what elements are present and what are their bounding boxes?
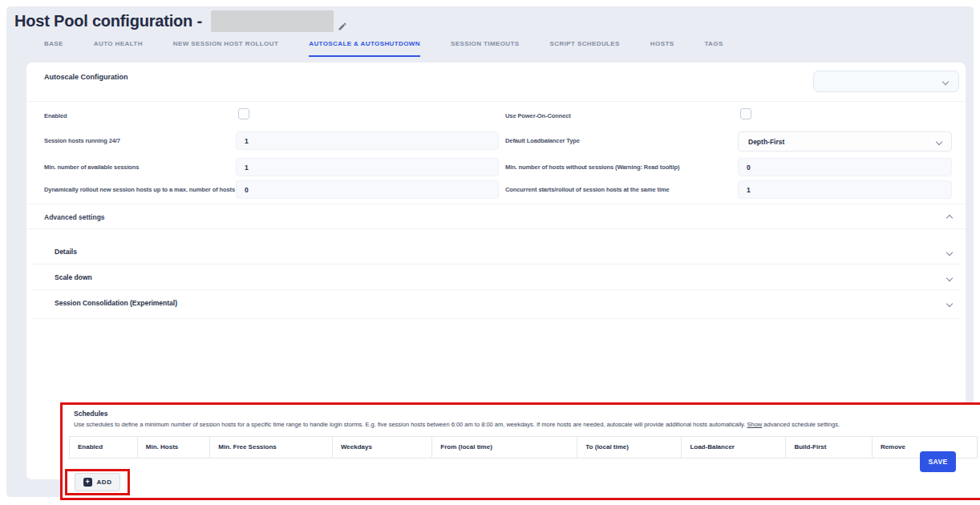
min-available-sessions-input[interactable] xyxy=(236,158,499,176)
column-header-enabled: Enabled xyxy=(70,437,138,458)
session-consolidation-label: Session Consolidation (Experimental) xyxy=(55,290,177,318)
accordion-details[interactable]: Details xyxy=(32,239,960,265)
page-title: Host Pool configuration - xyxy=(14,12,202,30)
session-hosts-24-7-input[interactable] xyxy=(236,131,499,150)
autoscale-config-card: Autoscale Configuration Enabled Use Powe… xyxy=(26,63,966,479)
min-available-sessions-label: Min. number of available sessions xyxy=(44,158,235,177)
schedules-title: Schedules xyxy=(74,410,108,418)
chevron-down-icon xyxy=(946,249,953,256)
tab-script-schedules[interactable]: SCRIPT SCHEDULES xyxy=(550,40,620,57)
use-power-on-connect-checkbox[interactable] xyxy=(740,108,751,119)
chevron-down-icon xyxy=(946,301,953,307)
default-loadbalancer-type-select[interactable]: Depth-First xyxy=(738,131,952,152)
tab-session-timeouts[interactable]: SESSION TIMEOUTS xyxy=(451,40,520,57)
form-row: Enabled Use Power-On-Connect xyxy=(26,107,966,126)
session-hosts-24-7-control xyxy=(236,131,499,150)
schedules-description-text: Use schedules to define a minimum number… xyxy=(74,421,747,428)
schedules-highlight-box: Schedules Use schedules to define a mini… xyxy=(60,402,980,500)
min-hosts-without-sessions-label: Min. number of hosts without sessions (W… xyxy=(505,158,734,177)
default-loadbalancer-type-control: Depth-First xyxy=(738,131,952,152)
add-button-highlight-box: + ADD xyxy=(65,469,130,495)
scale-down-label: Scale down xyxy=(55,265,92,289)
chevron-down-icon xyxy=(942,78,949,84)
concurrent-starts-label: Concurrent starts/rollout of session hos… xyxy=(505,180,734,200)
max-hosts-rollout-control xyxy=(236,180,499,199)
tab-autoscale-autoshutdown[interactable]: AUTOSCALE & AUTOSHUTDOWN xyxy=(309,40,420,57)
tab-tags[interactable]: TAGS xyxy=(704,40,723,57)
form-row: Min. number of available sessions Min. n… xyxy=(26,158,966,177)
accordion-session-consolidation[interactable]: Session Consolidation (Experimental) xyxy=(32,290,960,318)
tab-base[interactable]: BASE xyxy=(44,40,63,57)
details-label: Details xyxy=(55,239,77,264)
show-advanced-schedule-settings-link[interactable]: Show xyxy=(747,421,762,428)
save-button[interactable]: SAVE xyxy=(920,451,956,472)
default-loadbalancer-type-value: Depth-First xyxy=(748,138,784,146)
min-available-sessions-control xyxy=(236,158,499,176)
add-schedule-button[interactable]: + ADD xyxy=(75,473,121,491)
enabled-label: Enabled xyxy=(44,107,235,126)
column-header-from-local-time: From (local time) xyxy=(432,437,577,458)
section-title-autoscale-configuration: Autoscale Configuration xyxy=(44,73,128,81)
concurrent-starts-control xyxy=(738,180,952,199)
column-header-min-free-sessions: Min. Free Sessions xyxy=(210,437,333,458)
autoscale-profile-dropdown[interactable] xyxy=(813,71,959,92)
enabled-control xyxy=(236,107,499,119)
session-hosts-24-7-label: Session hosts running 24/7 xyxy=(44,131,235,151)
divider xyxy=(26,101,966,102)
chevron-up-icon xyxy=(946,215,953,221)
tab-auto-health[interactable]: AUTO HEALTH xyxy=(94,40,143,57)
tab-new-session-host-rollout[interactable]: NEW SESSION HOST ROLLOUT xyxy=(173,40,278,57)
use-power-on-connect-label: Use Power-On-Connect xyxy=(505,107,734,126)
plus-icon: + xyxy=(83,478,92,487)
min-hosts-without-sessions-control xyxy=(738,158,952,176)
accordion-advanced-settings[interactable]: Advanced settings xyxy=(26,204,966,229)
schedules-description-text: advanced schedule settings. xyxy=(762,421,840,428)
chevron-down-icon xyxy=(946,275,953,281)
column-header-min-hosts: Min. Hosts xyxy=(138,437,210,458)
advanced-settings-label: Advanced settings xyxy=(44,204,105,230)
concurrent-starts-input[interactable] xyxy=(738,180,952,199)
default-loadbalancer-type-label: Default Loadbalancer Type xyxy=(505,131,734,151)
schedules-table-header: Enabled Min. Hosts Min. Free Sessions We… xyxy=(69,436,978,459)
max-hosts-rollout-input[interactable] xyxy=(236,180,499,199)
schedules-description: Use schedules to define a minimum number… xyxy=(74,421,976,428)
chevron-down-icon xyxy=(936,138,942,144)
add-schedule-button-label: ADD xyxy=(97,479,112,486)
advanced-settings-sections: Details Scale down Session Consolidation… xyxy=(32,239,960,319)
column-header-load-balancer: Load-Balancer xyxy=(682,437,786,458)
form-row: Session hosts running 24/7 Default Loadb… xyxy=(26,131,966,151)
min-hosts-without-sessions-input[interactable] xyxy=(738,158,952,176)
max-hosts-rollout-label: Dynamically rollout new session hosts up… xyxy=(44,180,235,200)
tab-bar: BASE AUTO HEALTH NEW SESSION HOST ROLLOU… xyxy=(44,40,723,57)
edit-pencil-icon[interactable] xyxy=(338,22,347,31)
column-header-to-local-time: To (local time) xyxy=(577,437,682,458)
host-pool-configuration-page: Host Pool configuration - BASE AUTO HEAL… xyxy=(0,0,980,505)
accordion-scale-down[interactable]: Scale down xyxy=(32,265,960,290)
tab-hosts[interactable]: HOSTS xyxy=(650,40,674,57)
power-on-connect-control xyxy=(738,107,952,119)
form-row: Dynamically rollout new session hosts up… xyxy=(26,180,966,200)
redacted-pool-name xyxy=(211,10,334,32)
column-header-build-first: Build-First xyxy=(786,437,872,458)
column-header-weekdays: Weekdays xyxy=(333,437,432,458)
enabled-checkbox[interactable] xyxy=(238,108,249,119)
